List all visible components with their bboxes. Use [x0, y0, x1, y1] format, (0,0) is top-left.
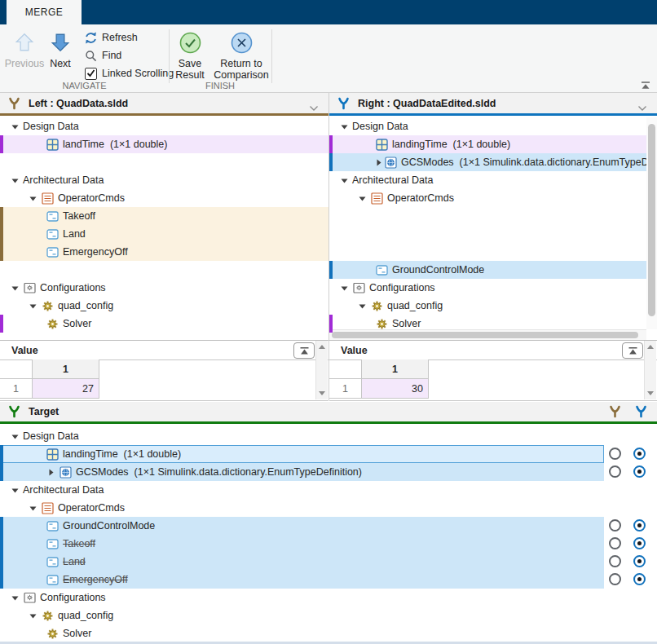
list-icon — [41, 502, 54, 514]
pick-left-radio[interactable] — [609, 465, 621, 478]
scroll-up-icon[interactable] — [647, 345, 654, 349]
tree-row-configurations[interactable]: Configurations — [0, 279, 328, 297]
tree-row-label: Architectural Data — [23, 484, 104, 496]
expand-arrow-icon[interactable] — [375, 159, 382, 166]
tree-row-configurations[interactable]: Configurations — [0, 589, 657, 607]
value-cell[interactable]: 27 — [33, 379, 99, 399]
tree-row-design-data[interactable]: Design Data — [329, 117, 646, 135]
tree-row-landingtime-1-1-double[interactable]: landingTime (1×1 double) — [0, 445, 657, 463]
pick-left-radio[interactable] — [609, 573, 621, 585]
signal-icon — [375, 265, 388, 276]
left-value-scrollbar[interactable] — [315, 341, 328, 399]
tree-row-design-data[interactable]: Design Data — [0, 117, 328, 135]
collapse-value-pane-button[interactable] — [293, 342, 315, 359]
tree-row-solver[interactable]: Solver — [0, 315, 328, 333]
left-panel-header[interactable]: Left : QuadData.sldd — [0, 93, 328, 113]
right-panel-accent — [329, 113, 657, 116]
tree-row-landtime-1-1-double[interactable]: landTime (1×1 double) — [0, 135, 328, 153]
tree-row-architectural-data[interactable]: Architectural Data — [329, 171, 646, 189]
value-column-header: 1 — [33, 359, 99, 379]
tree-row-architectural-data[interactable]: Architectural Data — [0, 481, 657, 499]
tree-row-groundcontrolmode[interactable]: GroundControlMode — [0, 517, 657, 535]
collapse-arrow-icon[interactable] — [339, 177, 350, 184]
collapse-arrow-icon[interactable] — [10, 177, 20, 184]
tree-row-operatorcmds[interactable]: OperatorCmds — [0, 189, 328, 207]
pick-left-radio[interactable] — [609, 537, 621, 549]
tree-row-emergencyoff[interactable]: EmergencyOff — [0, 571, 657, 589]
collapse-arrow-icon[interactable] — [10, 594, 20, 602]
tree-row-label: quad_config — [58, 300, 113, 311]
tree-row-groundcontrolmode[interactable]: GroundControlMode — [329, 261, 646, 279]
tree-row-emergencyoff[interactable]: EmergencyOff — [0, 243, 328, 261]
tree-row-architectural-data[interactable]: Architectural Data — [0, 171, 328, 189]
tree-row-label: OperatorCmds — [58, 502, 125, 514]
collapse-arrow-icon[interactable] — [339, 123, 350, 130]
previous-button[interactable]: Previous — [3, 29, 46, 81]
find-button[interactable]: Find — [82, 46, 174, 64]
value-cell[interactable]: 30 — [362, 379, 429, 399]
tree-row-quad-config[interactable]: quad_config — [329, 297, 646, 315]
tab-merge[interactable]: MERGE — [7, 0, 82, 24]
tree-row-operatorcmds[interactable]: OperatorCmds — [329, 189, 646, 207]
return-to-comparison-button[interactable]: Return toComparison — [213, 29, 270, 81]
collapse-arrow-icon[interactable] — [357, 302, 368, 310]
tree-row-label: GCSModes (1×1 Simulink.data.dictionary.E… — [76, 466, 362, 478]
collapse-arrow-icon[interactable] — [28, 195, 38, 202]
pick-right-column-icon[interactable] — [635, 405, 647, 418]
scroll-down-icon[interactable] — [319, 391, 325, 395]
collapse-arrow-icon[interactable] — [28, 302, 38, 310]
tree-row-quad-config[interactable]: quad_config — [0, 607, 657, 624]
tree-row-design-data[interactable]: Design Data — [0, 427, 657, 445]
target-panel-header[interactable]: Target — [0, 402, 657, 421]
tree-row-landingtime-1-1-double[interactable]: landingTime (1×1 double) — [329, 135, 646, 153]
right-tree-vertical-scrollbar[interactable] — [646, 117, 657, 329]
pick-right-radio[interactable] — [633, 555, 646, 567]
pick-right-radio[interactable] — [633, 448, 646, 460]
collapse-arrow-icon[interactable] — [357, 195, 368, 202]
collapse-arrow-icon[interactable] — [339, 285, 350, 292]
collapse-arrow-icon[interactable] — [10, 487, 20, 494]
table-icon — [46, 448, 59, 461]
tree-row-gcsmodes-1-1-simulink-data-dictionary-en[interactable]: GCSModes (1×1 Simulink.data.dictionary.E… — [329, 153, 646, 171]
tree-row-takeoff[interactable]: Takeoff — [0, 207, 328, 225]
pick-right-radio[interactable] — [633, 573, 646, 585]
collapse-ribbon-button[interactable] — [637, 80, 654, 91]
collapse-arrow-icon[interactable] — [28, 612, 38, 620]
tree-row-configurations[interactable]: Configurations — [329, 279, 646, 297]
change-marker-bar — [0, 207, 3, 225]
pick-left-radio[interactable] — [609, 555, 621, 567]
linked-scrolling-label: Linked Scrolling — [102, 68, 174, 79]
next-button[interactable]: Next — [43, 29, 77, 81]
tree-row-takeoff[interactable]: Takeoff — [0, 535, 657, 553]
expand-arrow-icon[interactable] — [46, 469, 56, 476]
tree-row-operatorcmds[interactable]: OperatorCmds — [0, 499, 657, 517]
tree-row-label: GCSModes (1×1 Simulink.data.dictionary.E… — [401, 157, 646, 168]
tree-row-gcsmodes-1-1-simulink-data-dictionary-en[interactable]: GCSModes (1×1 Simulink.data.dictionary.E… — [0, 463, 657, 481]
scroll-down-icon[interactable] — [647, 391, 654, 395]
right-value-scrollbar[interactable] — [644, 341, 656, 399]
save-result-button[interactable]: SaveResult — [167, 29, 213, 81]
tree-row-land[interactable]: Land — [0, 225, 328, 243]
pick-left-radio[interactable] — [609, 519, 621, 532]
pick-right-radio[interactable] — [633, 465, 646, 478]
merge-branch-icon — [8, 97, 20, 110]
scroll-up-icon[interactable] — [319, 345, 325, 349]
change-marker-bar — [329, 315, 333, 333]
pick-right-radio[interactable] — [633, 519, 646, 532]
return-to-comparison-label: Return toComparison — [214, 58, 268, 81]
right-panel-header[interactable]: Right : QuadDataEdited.sldd — [329, 93, 657, 113]
change-marker-bar — [0, 243, 3, 261]
collapse-value-pane-button[interactable] — [622, 342, 643, 359]
tree-row-solver[interactable]: Solver — [0, 624, 657, 642]
collapse-arrow-icon[interactable] — [28, 505, 38, 512]
pick-right-radio[interactable] — [633, 537, 646, 549]
refresh-button[interactable]: Refresh — [82, 29, 174, 46]
collapse-arrow-icon[interactable] — [10, 433, 20, 440]
collapse-arrow-icon[interactable] — [10, 285, 20, 292]
pick-left-radio[interactable] — [609, 448, 621, 460]
tree-row-solver[interactable]: Solver — [329, 315, 646, 333]
pick-left-column-icon[interactable] — [609, 405, 621, 418]
tree-row-quad-config[interactable]: quad_config — [0, 297, 328, 315]
collapse-arrow-icon[interactable] — [10, 123, 20, 130]
tree-row-land[interactable]: Land — [0, 553, 657, 571]
